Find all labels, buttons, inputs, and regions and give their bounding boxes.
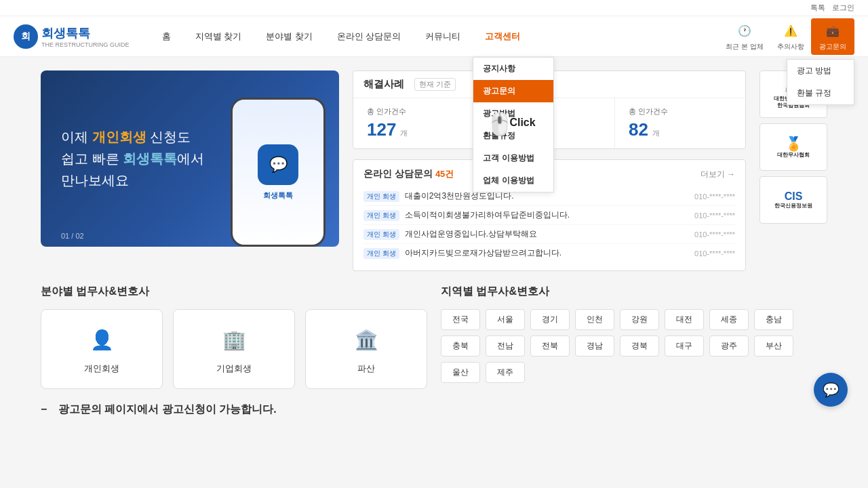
corporate-label: 기업회생 (216, 363, 252, 375)
chat-button[interactable]: 💬 (814, 373, 848, 407)
hero-banner[interactable]: 이제 개인회생 신청도 쉽고 빠른 회생톡톡에서 만나보세요 💬 회생톡톡 01… (41, 70, 339, 247)
region-tag-15[interactable]: 부산 (754, 336, 793, 357)
region-tag-9[interactable]: 전남 (486, 336, 525, 357)
consult-text-2: 개인사업운영중입니다.상담부탁해요 (405, 228, 689, 240)
stat-number-0: 127 (367, 119, 396, 140)
region-tag-14[interactable]: 광주 (709, 336, 749, 357)
consult-tag-2: 개인 회생 (363, 229, 399, 240)
category-section: 분야별 법무사&변호사 👤 개인회생 🏢 기업회생 🏛️ 파산 (41, 285, 427, 389)
phone-screen: 💬 회생톡톡 (233, 100, 323, 245)
org-logo-2[interactable]: CIS 한국신용정보원 (760, 176, 827, 224)
hero-pagination: 01 / 02 (61, 232, 84, 240)
consult-text-3: 아버지카드빚으로재가상담받으려고합니다. (405, 247, 689, 259)
consult-tag-0: 개인 회생 (363, 191, 399, 202)
stat-value-2: 82 개 (629, 119, 732, 140)
hero-line5: 만나보세요 (61, 173, 129, 188)
app-name: 회생톡톡 (263, 190, 293, 201)
dropdown-notice[interactable]: 공지사항 (473, 58, 553, 80)
stat-label-0: 총 인가건수 (367, 106, 470, 117)
stat-total: 총 인가건수 82 개 (615, 98, 745, 148)
region-tag-16[interactable]: 울산 (441, 362, 480, 383)
region-tag-8[interactable]: 충북 (441, 336, 480, 357)
region-tag-10[interactable]: 전북 (530, 336, 570, 357)
region-tag-17[interactable]: 제주 (486, 362, 525, 383)
region-tag-0[interactable]: 전국 (441, 309, 480, 330)
category-corporate[interactable]: 🏢 기업회생 (173, 309, 295, 389)
region-tag-1[interactable]: 서울 (486, 309, 525, 330)
customer-dropdown: 공지사항 광고문의 광고방법 환불규정 고객 이용방법 업체 이용방법 (473, 57, 554, 192)
notice-text: 광고문의 페이지에서 광고신청이 가능합니다. (58, 403, 277, 415)
personal-label: 개인회생 (84, 363, 119, 375)
consult-text-0: 대출이2억3천만원성도입니다. (405, 190, 689, 202)
region-tag-6[interactable]: 세종 (709, 309, 749, 330)
ad-method-item[interactable]: 광고 방법 (787, 60, 854, 82)
nav-consult[interactable]: 온라인 상담문의 (325, 16, 414, 57)
clock-icon: 🕐 (735, 22, 754, 41)
region-section: 지역별 법무사&변호사 전국서울경기인천강원대전세종충남충북전남전북경남경북대구… (441, 285, 827, 389)
hero-line3: 쉽고 빠른 (61, 151, 119, 166)
consult-phone-1: 010-****-**** (694, 211, 735, 220)
recent-btn[interactable]: 🕐 최근 본 업체 (719, 18, 770, 55)
ad-label: 광고문의 (819, 42, 846, 52)
region-tag-4[interactable]: 강원 (620, 309, 659, 330)
ad-inquiry-btn[interactable]: 💼 광고문의 광고 방법 환불 규정 🖱️ Click (811, 18, 854, 55)
notice-dash: − (41, 403, 47, 415)
org-logo-1[interactable]: 🏅 대한무사협회 (760, 123, 827, 171)
app-icon: 💬 (258, 144, 298, 185)
header-icons-area: 🕐 최근 본 업체 ⚠️ 추의사항 💼 광고문의 광고 방법 환불 규정 🖱️ … (719, 18, 854, 55)
region-tag-12[interactable]: 경북 (620, 336, 659, 357)
logo-icon: 회 (14, 24, 38, 49)
dropdown-ad-method[interactable]: 광고방법 (473, 102, 553, 125)
bottom-content: 분야별 법무사&변호사 👤 개인회생 🏢 기업회생 🏛️ 파산 지역별 법무사&… (27, 271, 841, 403)
dropdown-customer-guide[interactable]: 고객 이용방법 (473, 147, 553, 169)
consult-count: 45건 (435, 168, 454, 180)
bottom-notice: − 광고문의 페이지에서 광고신청이 가능합니다. (27, 403, 841, 430)
notice-label: 추의사항 (777, 42, 804, 52)
cursor-hand-right: 🖱️ (863, 39, 868, 62)
consult-text-1: 소득이적이회생불가리하여두답준비중입니다. (405, 209, 689, 221)
refund-item[interactable]: 환불 규정 (787, 82, 854, 104)
stat-value-0: 127 개 (367, 119, 470, 140)
region-tag-2[interactable]: 경기 (530, 309, 570, 330)
dropdown-ad-inquiry[interactable]: 광고문의 (473, 80, 553, 102)
personal-icon: 👤 (85, 323, 118, 356)
consult-item-3[interactable]: 개인 회생 아버지카드빚으로재가상담받으려고합니다. 010-****-**** (363, 244, 735, 262)
nav-region[interactable]: 지역별 찾기 (183, 16, 254, 57)
hero-line1: 이제 (61, 129, 88, 144)
consult-item-2[interactable]: 개인 회생 개인사업운영중입니다.상담부탁해요 010-****-**** (363, 225, 735, 244)
nav-home[interactable]: 홈 (150, 16, 183, 57)
consult-title: 온라인 상담문의 (363, 168, 433, 180)
ad-dropdown: 광고 방법 환불 규정 (787, 59, 854, 105)
region-tag-3[interactable]: 인천 (575, 309, 614, 330)
more-btn[interactable]: 더보기 → (701, 169, 735, 180)
category-personal[interactable]: 👤 개인회생 (41, 309, 163, 389)
login-link[interactable]: 로그인 (832, 3, 854, 13)
corporate-icon: 🏢 (218, 323, 250, 356)
consult-item-1[interactable]: 개인 회생 소득이적이회생불가리하여두답준비중입니다. 010-****-***… (363, 206, 735, 225)
main-nav: 홈 지역별 찾기 분야별 찾기 온라인 상담문의 커뮤니티 고객센터 공지사항 … (150, 16, 719, 57)
bankrupt-icon: 🏛️ (350, 323, 382, 356)
consult-phone-2: 010-****-**** (694, 230, 735, 239)
category-cards: 👤 개인회생 🏢 기업회생 🏛️ 파산 (41, 309, 427, 389)
region-tag-11[interactable]: 경남 (575, 336, 614, 357)
hero-phone: 💬 회생톡톡 (231, 98, 326, 247)
region-tag-13[interactable]: 대구 (665, 336, 704, 357)
nav-community[interactable]: 커뮤니티 (413, 16, 473, 57)
dropdown-refund[interactable]: 환불규정 (473, 125, 553, 147)
dropdown-company-guide[interactable]: 업체 이용방법 (473, 169, 553, 192)
logo[interactable]: 회 회생톡톡 THE RESTRUCTURING GUIDE (14, 24, 130, 49)
consult-tag-1: 개인 회생 (363, 210, 399, 221)
nav-customer[interactable]: 고객센터 공지사항 광고문의 광고방법 환불규정 고객 이용방법 업체 이용방법… (473, 16, 532, 57)
region-tag-7[interactable]: 충남 (754, 309, 793, 330)
consult-phone-0: 010-****-**** (694, 192, 735, 201)
solved-title: 해결사례 (363, 78, 404, 91)
notice-btn[interactable]: ⚠️ 추의사항 (770, 18, 811, 55)
stat-label-2: 총 인가건수 (629, 106, 732, 117)
header: 회 회생톡톡 THE RESTRUCTURING GUIDE 홈 지역별 찾기 … (0, 16, 868, 57)
register-link[interactable]: 톡톡 (810, 3, 825, 13)
warning-icon: ⚠️ (781, 22, 800, 41)
logo-sub: THE RESTRUCTURING GUIDE (41, 41, 130, 48)
nav-field[interactable]: 분야별 찾기 (254, 16, 325, 57)
region-tag-5[interactable]: 대전 (665, 309, 704, 330)
category-bankrupt[interactable]: 🏛️ 파산 (305, 309, 427, 389)
